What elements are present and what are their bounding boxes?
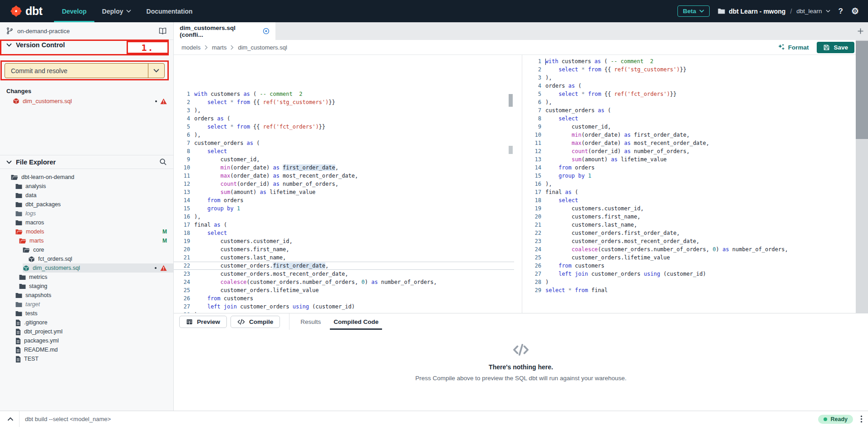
editor-scrollbar[interactable] bbox=[856, 40, 868, 313]
tree-item-snapshots[interactable]: snapshots bbox=[0, 291, 173, 300]
code-token: select bbox=[559, 66, 578, 73]
code-line: 6), bbox=[174, 131, 514, 139]
tree-item-tests[interactable]: tests bbox=[0, 309, 173, 318]
nav-item-deploy[interactable]: Deploy bbox=[94, 0, 139, 22]
tree-item-dim-customers-sql[interactable]: dim_customers.sql bbox=[0, 263, 173, 273]
code-token: * bbox=[582, 91, 585, 97]
tree-item-models[interactable]: modelsM bbox=[0, 227, 173, 236]
tree-item-inner: fct_orders.sql bbox=[28, 254, 173, 263]
editor-tab-dim-customers[interactable]: dim_customers.sql (confli... bbox=[174, 22, 275, 40]
tree-item-metrics[interactable]: metrics bbox=[0, 273, 173, 282]
code-token: most_recent_order_date, bbox=[631, 140, 709, 146]
git-branch-row[interactable]: on-demand-practice bbox=[0, 22, 173, 40]
tree-item-staging[interactable]: staging bbox=[0, 282, 173, 291]
code-line: 18 select bbox=[525, 196, 868, 204]
code-token: ref('fct_orders') bbox=[263, 124, 319, 130]
tree-item-dbt-project-yml[interactable]: dbt_project.yml bbox=[0, 327, 173, 336]
preview-button[interactable]: Preview bbox=[179, 316, 227, 328]
account-switcher[interactable]: dbt Learn - mwong / dbt_learn bbox=[718, 8, 830, 15]
tree-item--gitignore[interactable]: .gitignore bbox=[0, 318, 173, 327]
code-token: , bbox=[687, 132, 690, 138]
line-number: 11 bbox=[525, 139, 545, 147]
code-token: as bbox=[273, 181, 279, 187]
code-token: * bbox=[569, 287, 572, 293]
code-text: ), bbox=[194, 131, 514, 139]
chevron-up-icon[interactable] bbox=[5, 417, 16, 421]
code-token bbox=[194, 189, 221, 195]
tree-item-data[interactable]: data bbox=[0, 191, 173, 200]
tree-item-label: dbt_project.yml bbox=[24, 328, 63, 335]
code-token: select bbox=[207, 124, 227, 130]
tree-item-core[interactable]: core bbox=[0, 245, 173, 254]
code-text: customer_orders as ( bbox=[545, 106, 868, 114]
nav-item-develop[interactable]: Develop bbox=[54, 0, 94, 22]
editor-pane-left[interactable]: 1with customers as ( -- comment 22 selec… bbox=[174, 55, 514, 313]
file-explorer-header[interactable]: File Explorer bbox=[0, 155, 173, 169]
code-line: 10 min(order_date) as first_order_date, bbox=[525, 131, 868, 139]
top-navigation: dbt DevelopDeployDocumentation Beta dbt … bbox=[0, 0, 868, 22]
code-text: customer_id, bbox=[545, 123, 868, 131]
code-token: from bbox=[237, 99, 250, 105]
format-button[interactable]: Format bbox=[778, 44, 809, 51]
code-token: as bbox=[624, 148, 630, 154]
ready-dot-icon bbox=[824, 417, 827, 421]
breadcrumb-segment[interactable]: models bbox=[181, 44, 201, 51]
code-token: customer_orders. bbox=[194, 263, 273, 269]
code-token: count bbox=[572, 148, 588, 154]
tree-item-macros[interactable]: macros bbox=[0, 218, 173, 227]
help-button[interactable]: ? bbox=[839, 7, 843, 15]
results-tab-results[interactable]: Results bbox=[294, 313, 327, 330]
tree-item-test[interactable]: TEST bbox=[0, 354, 173, 363]
compile-button[interactable]: Compile bbox=[230, 316, 280, 328]
branch-name: on-demand-practice bbox=[17, 28, 154, 35]
code-line: 19 customers.customer_id, bbox=[525, 204, 868, 213]
code-token bbox=[545, 115, 559, 122]
dbt-logo-text: dbt bbox=[25, 5, 42, 18]
tree-item-fct-orders-sql[interactable]: fct_orders.sql bbox=[0, 254, 173, 263]
tree-item-dbt-packages[interactable]: dbt_packages bbox=[0, 200, 173, 209]
code-token: * bbox=[230, 124, 234, 130]
tree-item-inner: dbt_project.yml bbox=[15, 327, 173, 336]
tree-item-readme-md[interactable]: README.md bbox=[0, 345, 173, 354]
commit-dropdown-toggle[interactable] bbox=[148, 64, 164, 78]
changed-file-row[interactable]: dim_customers.sql bbox=[0, 96, 173, 106]
version-control-header[interactable]: Version Control bbox=[6, 41, 65, 49]
code-token: left join bbox=[207, 303, 237, 310]
empty-state-subtitle: Press Compile above to preview the SQL d… bbox=[415, 375, 627, 382]
tree-item-dbt-learn-on-demand[interactable]: dbt-learn-on-demand bbox=[0, 173, 173, 182]
dbt-logo[interactable]: dbt bbox=[0, 0, 54, 22]
tree-item-packages-yml[interactable]: packages.yml bbox=[0, 336, 173, 345]
code-text: select * from {{ ref('stg_customers')}} bbox=[194, 98, 514, 106]
beta-dropdown[interactable]: Beta bbox=[677, 5, 710, 17]
docs-book-icon[interactable] bbox=[158, 27, 167, 35]
code-token bbox=[234, 205, 237, 212]
command-input[interactable]: dbt build --select <model_name> bbox=[25, 416, 111, 422]
results-tab-compiled-code[interactable]: Compiled Code bbox=[327, 313, 385, 330]
tree-item-logs[interactable]: logs bbox=[0, 209, 173, 218]
new-tab-button[interactable] bbox=[857, 28, 864, 35]
tree-item-target[interactable]: target bbox=[0, 300, 173, 309]
save-button[interactable]: Save bbox=[817, 42, 854, 53]
tree-item-marts[interactable]: martsM bbox=[0, 236, 173, 245]
settings-gear-button[interactable]: ⚙ bbox=[851, 7, 859, 15]
search-icon[interactable] bbox=[159, 158, 167, 166]
commit-and-resolve-button[interactable]: Commit and resolve bbox=[5, 63, 165, 78]
code-token: lifetime_value bbox=[266, 189, 315, 195]
tree-item-analysis[interactable]: analysis bbox=[0, 182, 173, 191]
file-icon bbox=[15, 328, 21, 335]
breadcrumb-segment[interactable]: dim_customers.sql bbox=[238, 44, 287, 51]
status-bar: dbt build --select <model_name> Ready bbox=[0, 411, 868, 427]
code-text: final as ( bbox=[194, 221, 514, 229]
breadcrumb-segment[interactable]: marts bbox=[212, 44, 227, 51]
code-token: customer_orders.most_recent_order_date, bbox=[545, 238, 700, 244]
code-text: customer_orders.most_recent_order_date, bbox=[545, 237, 868, 245]
code-token: (order_date) bbox=[581, 132, 624, 138]
code-token: customer_orders.most_recent_order_date, bbox=[194, 271, 348, 277]
kebab-menu-button[interactable] bbox=[860, 415, 863, 423]
scrollbar-thumb[interactable] bbox=[856, 41, 868, 139]
code-token bbox=[578, 66, 581, 73]
editor-pane-right[interactable]: 1with customers as ( -- comment 22 selec… bbox=[525, 55, 868, 313]
nav-item-documentation[interactable]: Documentation bbox=[139, 0, 201, 22]
file-icon bbox=[15, 347, 21, 353]
code-token: orders bbox=[545, 83, 569, 89]
